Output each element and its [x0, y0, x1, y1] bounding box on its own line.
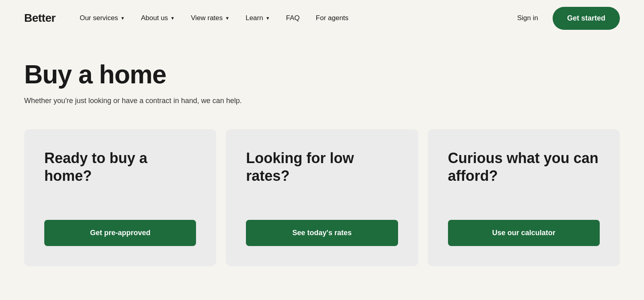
card-title-low-rates: Looking for low rates? [246, 149, 398, 184]
nav-item-for-agents[interactable]: For agents [308, 10, 357, 26]
nav-label-about-us: About us [141, 14, 168, 22]
use-calculator-button[interactable]: Use our calculator [448, 220, 600, 246]
nav-label-our-services: Our services [80, 14, 118, 22]
main-content: Buy a home Whether you're just looking o… [0, 36, 644, 290]
cards-container: Ready to buy a home? Get pre-approved Lo… [24, 129, 620, 266]
card-title-buy-home: Ready to buy a home? [44, 149, 196, 184]
get-pre-approved-button[interactable]: Get pre-approved [44, 220, 196, 246]
nav-item-view-rates[interactable]: View rates ▼ [183, 10, 237, 26]
main-nav: Our services ▼ About us ▼ View rates ▼ L… [72, 10, 511, 26]
nav-label-view-rates: View rates [191, 14, 223, 22]
page-subtitle: Whether you're just looking or have a co… [24, 97, 620, 105]
chevron-down-icon: ▼ [266, 16, 270, 21]
page-title: Buy a home [24, 60, 620, 89]
nav-label-for-agents: For agents [316, 14, 349, 22]
nav-label-faq: FAQ [286, 14, 300, 22]
site-logo[interactable]: Better [24, 12, 56, 25]
site-header: Better Our services ▼ About us ▼ View ra… [0, 0, 644, 36]
nav-label-learn: Learn [246, 14, 263, 22]
chevron-down-icon: ▼ [225, 16, 229, 21]
card-title-afford: Curious what you can afford? [448, 149, 600, 184]
card-low-rates: Looking for low rates? See today's rates [226, 129, 418, 266]
chevron-down-icon: ▼ [120, 16, 125, 21]
nav-item-our-services[interactable]: Our services ▼ [72, 10, 133, 26]
nav-right: Sign in Get started [511, 7, 620, 30]
nav-item-about-us[interactable]: About us ▼ [133, 10, 183, 26]
nav-item-learn[interactable]: Learn ▼ [237, 10, 278, 26]
nav-item-faq[interactable]: FAQ [278, 10, 308, 26]
chevron-down-icon: ▼ [170, 16, 175, 21]
card-afford: Curious what you can afford? Use our cal… [428, 129, 620, 266]
get-started-button[interactable]: Get started [553, 7, 620, 30]
card-buy-home: Ready to buy a home? Get pre-approved [24, 129, 216, 266]
sign-in-link[interactable]: Sign in [511, 10, 545, 26]
see-todays-rates-button[interactable]: See today's rates [246, 220, 398, 246]
